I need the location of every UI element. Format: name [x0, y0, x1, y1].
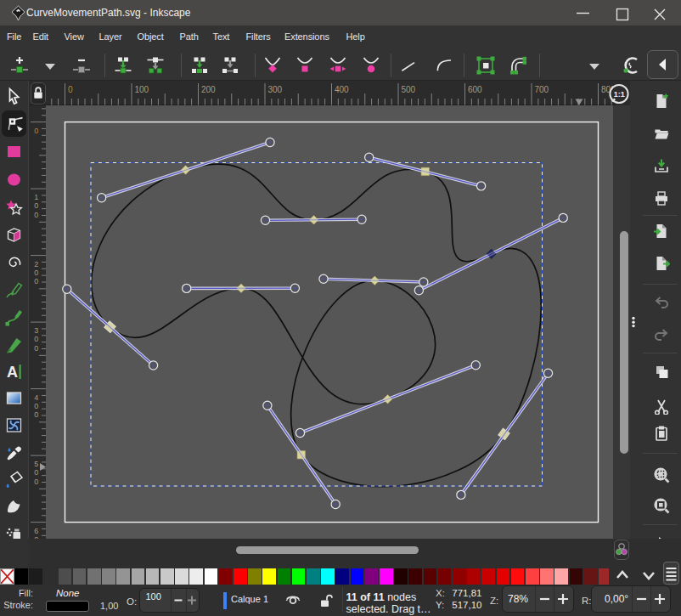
svg-text:200: 200 — [201, 85, 216, 94]
svg-text:0: 0 — [34, 277, 38, 285]
svg-text:100: 100 — [135, 85, 149, 94]
svg-text:0: 0 — [34, 211, 38, 219]
svg-text:6: 6 — [34, 527, 38, 535]
svg-text:600: 600 — [468, 85, 482, 94]
svg-text:0: 0 — [34, 268, 38, 277]
svg-text:0: 0 — [34, 468, 38, 477]
svg-text:1: 1 — [34, 193, 38, 201]
svg-text:400: 400 — [335, 85, 349, 94]
svg-text:A: A — [7, 364, 18, 381]
svg-text:2: 2 — [34, 260, 38, 268]
svg-text:5: 5 — [34, 460, 38, 468]
svg-text:700: 700 — [535, 85, 549, 94]
svg-text:0: 0 — [34, 478, 38, 486]
svg-text:4: 4 — [34, 393, 38, 402]
svg-text:0: 0 — [34, 410, 38, 419]
svg-text:0: 0 — [34, 344, 38, 353]
svg-text:0: 0 — [34, 201, 38, 210]
svg-text:0: 0 — [34, 127, 38, 135]
svg-text:0: 0 — [34, 335, 38, 343]
svg-text:0: 0 — [68, 85, 73, 94]
svg-text:300: 300 — [268, 85, 283, 94]
svg-text:1:1: 1:1 — [614, 90, 625, 99]
svg-text:500: 500 — [402, 85, 416, 94]
svg-text:3: 3 — [34, 326, 38, 335]
svg-text:0: 0 — [34, 402, 38, 410]
